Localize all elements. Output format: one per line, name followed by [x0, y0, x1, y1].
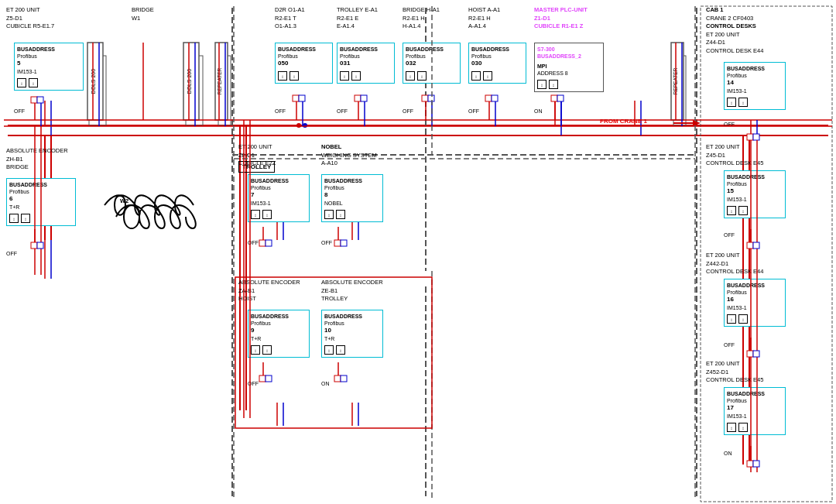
et200-z45-proto: Profibus [727, 180, 783, 187]
w2-label: W2 [120, 197, 128, 206]
master-plc-s7: S7-300 [537, 46, 601, 53]
hoist-aa1-proto: Profibus [471, 53, 523, 60]
abs-enc-trolley-conn-1: ↕ [324, 345, 334, 355]
abs-enc-hoist-proto: Profibus [251, 320, 307, 327]
svg-rect-98 [753, 242, 759, 249]
bridge-ha1-conn-2: ↕ [417, 71, 427, 81]
abs-enc-trolley-header: ABSOLUTE ENCODER ZE-B1 TROLLEY [321, 279, 383, 303]
svg-text:REPEATER: REPEATER [677, 67, 683, 95]
et200-z452-num: 17 [727, 404, 783, 412]
trolley-ea1-status: OFF [337, 107, 348, 115]
et200-z442-proto: Profibus [727, 289, 783, 296]
abs-enc-trolley-extra: T+R [324, 335, 380, 342]
trolley-ea1-conn-1: ↕ [340, 71, 349, 81]
nobel-bus: BUSADDRESS [324, 177, 380, 184]
svg-text:REPEATER: REPEATER [673, 67, 678, 94]
bridge-ha1-header: BRIDGE H-A1 R2-E1 H H-A1.4 [403, 6, 440, 31]
hoist-aa1-box: BUSADDRESS Profibus 030 ↕ ↕ [468, 43, 526, 84]
nobel-header: NOBEL WEIGHING SYSTEM A-A10 [321, 143, 377, 168]
et200-z442-num: 16 [727, 296, 783, 303]
nobel-status: OFF [321, 238, 332, 246]
et200-z5-box: BUSADDRESS Profibus 5 IM153-1 ↕ ↕ [14, 43, 84, 91]
et200-z5-bus-label: BUSADDRESS [17, 46, 81, 53]
svg-rect-49 [215, 43, 228, 120]
master-plc-status: ON [534, 107, 543, 115]
abs-enc-hoist-box: BUSADDRESS Profibus 9 T+R ↕ ↕ [248, 310, 310, 358]
et200-z5-status: OFF [14, 107, 25, 115]
hoist-aa1-conn-2: ↕ [483, 71, 492, 81]
svg-rect-4 [89, 56, 106, 125]
svg-text:DDLS 200: DDLS 200 [91, 69, 96, 94]
svg-rect-47 [183, 43, 199, 120]
hoist-aa1-num: 030 [471, 60, 523, 67]
et200-z452-proto: Profibus [727, 397, 783, 404]
nobel-box: BUSADDRESS Profibus 8 NOBEL ↕ ↕ [321, 174, 383, 222]
svg-rect-57 [31, 97, 37, 103]
et200-z45-num: 15 [727, 187, 783, 195]
bridge-ha1-status: OFF [403, 107, 413, 115]
svg-rect-85 [557, 95, 564, 101]
et200-z452-status: ON [724, 449, 732, 457]
et200-z45-bus: BUSADDRESS [727, 173, 783, 180]
svg-rect-84 [551, 95, 557, 101]
et200-z2-bus: BUSADDRESS [251, 177, 307, 184]
svg-rect-93 [753, 134, 759, 140]
d2r-header: D2R O1-A1 R2-E1 T O1-A1.3 [275, 6, 305, 31]
svg-rect-123 [334, 375, 341, 382]
et200-z5-connector-left: ↕ [17, 78, 26, 87]
nobel-conn-1: ↕ [324, 210, 334, 219]
svg-rect-81 [492, 95, 498, 101]
nobel-extra: NOBEL [324, 200, 380, 207]
bridge-ha1-bus: BUSADDRESS [406, 46, 457, 53]
master-plc-busaddr: BUSADDRESS_2 [537, 53, 601, 60]
svg-text:DDLS 200: DDLS 200 [187, 69, 192, 94]
et200-z5-extra: IM153-1 [17, 68, 81, 75]
svg-text:REPEATER: REPEATER [217, 67, 222, 94]
d2r-conn-2: ↕ [290, 71, 299, 81]
svg-rect-97 [747, 242, 753, 249]
svg-rect-117 [334, 240, 341, 246]
d2r-conn-1: ↕ [278, 71, 287, 81]
cab1-conn-1: ↕ [727, 98, 736, 107]
abs-enc-bridge-conn-2: ↕ [21, 214, 30, 223]
abs-enc-hoist-conn-1: ↕ [251, 345, 260, 355]
svg-rect-129 [37, 242, 43, 249]
cab1-extra: IM153-1 [727, 87, 783, 94]
svg-rect-58 [37, 97, 43, 103]
abs-enc-trolley-proto: Profibus [324, 320, 380, 327]
abs-enc-hoist-num: 9 [251, 327, 307, 334]
master-plc-mpi-label: MPI [537, 63, 601, 70]
et200-z442-bus: BUSADDRESS [727, 282, 783, 289]
svg-rect-104 [753, 461, 759, 467]
et200-z5-header: ET 200 UNIT Z5-D1 CUBICLE R5-E1.7 [6, 6, 54, 31]
svg-rect-121 [266, 375, 272, 382]
abs-enc-bridge-header: ABSOLUTE ENCODER ZH-B1 BRIDGE [6, 147, 68, 172]
svg-rect-73 [361, 95, 367, 101]
abs-enc-trolley-num: 10 [324, 327, 380, 334]
abs-enc-trolley-conn-2: ↕ [336, 345, 345, 355]
d2r-box: BUSADDRESS Profibus 050 ↕ ↕ [275, 43, 333, 84]
svg-rect-101 [753, 351, 759, 357]
svg-rect-76 [422, 95, 428, 101]
abs-enc-bridge-conn-1: ↕ [9, 214, 19, 223]
master-plc-box: S7-300 BUSADDRESS_2 MPI ADDRESS 8 ↕ ↕ [534, 43, 604, 92]
et200-z2-num: 7 [251, 191, 307, 199]
hoist-aa1-status: OFF [468, 107, 479, 115]
et200-z442-conn-2: ↕ [738, 314, 748, 324]
cab1-proto: Profibus [727, 72, 783, 79]
abs-enc-trolley-box: BUSADDRESS Profibus 10 T+R ↕ ↕ [321, 310, 383, 358]
svg-rect-103 [747, 461, 753, 467]
abs-enc-trolley-status: ON [321, 379, 330, 387]
svg-text:DDLS 200: DDLS 200 [95, 72, 101, 97]
et200-z442-status: OFF [724, 341, 735, 348]
et200-z2-conn-1: ↕ [251, 210, 260, 219]
svg-rect-77 [428, 95, 434, 101]
d2r-status: OFF [275, 107, 286, 115]
trolley-ea1-box: BUSADDRESS Profibus 031 ↕ ↕ [337, 43, 395, 84]
svg-marker-131 [693, 120, 701, 126]
et200-z2-conn-2: ↕ [262, 210, 272, 219]
et200-z442-extra: IM153-1 [727, 304, 783, 311]
cab1-status: OFF [724, 120, 735, 128]
et200-z442-header: ET 200 UNIT Z442-D1 CONTROL DESK E44 [706, 252, 763, 276]
master-plc-conn-1: ↕ [537, 80, 546, 89]
